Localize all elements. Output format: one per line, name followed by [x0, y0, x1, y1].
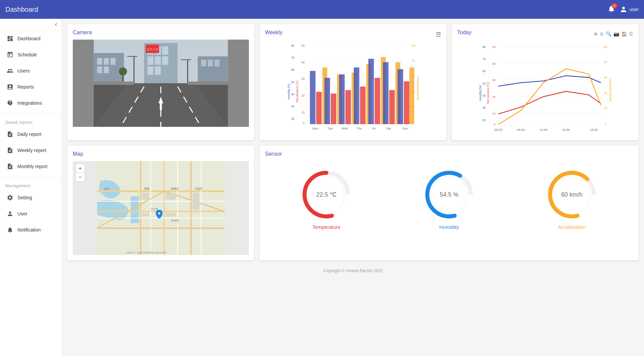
sidebar-item-notification[interactable]: Notification [1, 222, 60, 237]
svg-text:20: 20 [604, 106, 607, 110]
svg-text:福島区: 福島区 [171, 187, 179, 190]
svg-rect-142 [143, 213, 149, 216]
sidebar-divider-1 [0, 114, 62, 114]
today-card: Today ⊕ ⊖ 🔍 📷 🏠 ☰ 80 70 60 50 40 [452, 24, 639, 140]
sidebar-item-dashboard[interactable]: Dashboard [1, 31, 60, 46]
map-title: Map [73, 151, 249, 157]
acceleration-gauge: 60 km/h [545, 168, 599, 221]
sidebar-item-setting[interactable]: Setting [1, 190, 60, 205]
sensor-gauges: 22.5 ℃ Temperature 54.5 % [265, 161, 633, 237]
svg-rect-141 [166, 193, 176, 200]
svg-text:50: 50 [492, 45, 496, 49]
svg-rect-76 [368, 59, 374, 124]
footer-text: Copyright © Umeda Electric 2021 [323, 268, 383, 273]
svg-text:北区: 北区 [104, 187, 109, 190]
svg-rect-10 [111, 58, 116, 65]
humidity-label: Humidity [439, 224, 459, 230]
temperature-label: Temperature [312, 224, 340, 230]
svg-rect-35 [188, 82, 228, 85]
svg-text:0: 0 [605, 122, 607, 125]
home-icon[interactable]: 🏠 [621, 31, 627, 37]
user-menu[interactable]: user [620, 5, 639, 13]
humidity-gauge: 54.5 % [422, 168, 476, 221]
svg-text:Acceleration [km/h]: Acceleration [km/h] [609, 78, 612, 101]
svg-text:60: 60 [483, 69, 486, 73]
svg-text:80: 80 [412, 59, 415, 62]
saved-reports-section-label: Saved reports [0, 117, 62, 126]
svg-text:Tem perature [°C]: Tem perature [°C] [296, 81, 299, 103]
temperature-gauge-wrapper: 22.5 ℃ Temperature [300, 168, 353, 230]
svg-text:40: 40 [483, 94, 486, 97]
sidebar-label-users: Users [17, 68, 30, 73]
svg-text:40: 40 [302, 61, 305, 64]
camera-card: Camera [67, 24, 254, 140]
sidebar-item-monthly-report[interactable]: Monthly report [1, 159, 60, 174]
svg-text:Tem perature [°C]: Tem perature [°C] [486, 82, 490, 104]
svg-text:大阪市: 大阪市 [195, 187, 203, 190]
map-zoom-in[interactable]: + [76, 164, 85, 173]
acceleration-gauge-wrapper: 60 km/h Acceleration [545, 168, 599, 230]
svg-text:100: 100 [411, 44, 416, 47]
svg-text:80: 80 [604, 60, 607, 64]
svg-rect-83 [404, 81, 410, 124]
sidebar-item-integrations[interactable]: Integrations [1, 96, 60, 110]
temperature-gauge: 22.5 ℃ [300, 168, 353, 221]
svg-text:50: 50 [291, 81, 294, 84]
weekly-card: Weekly ☰ 80 70 60 50 40 30 20 50 40 30 [260, 24, 446, 140]
svg-text:20: 20 [291, 117, 294, 120]
sidebar-item-reports[interactable]: Reports [1, 80, 60, 94]
zoom-out-icon[interactable]: ⊖ [600, 31, 604, 37]
menu-icon[interactable]: ☰ [629, 31, 633, 37]
sidebar-item-weekly-report[interactable]: Weekly report [1, 143, 60, 158]
topbar-icons: 4 user [607, 5, 639, 14]
svg-rect-11 [97, 66, 102, 73]
zoom-in-icon[interactable]: ⊕ [594, 31, 598, 37]
sidebar-item-schedule[interactable]: Schedule [1, 47, 60, 62]
svg-text:20: 20 [483, 118, 486, 122]
svg-text:10: 10 [492, 112, 496, 115]
notification-bell[interactable]: 4 [607, 5, 615, 14]
svg-text:Sat: Sat [386, 127, 391, 130]
svg-rect-126 [131, 196, 139, 223]
sidebar-label-monthly-report: Monthly report [17, 164, 47, 169]
map-zoom-out[interactable]: − [76, 173, 85, 182]
svg-rect-143 [166, 213, 176, 216]
svg-rect-67 [324, 78, 330, 124]
sidebar-label-notification: Notification [17, 227, 41, 233]
weekly-menu-icon[interactable]: ☰ [436, 31, 441, 38]
svg-rect-140 [143, 193, 149, 200]
sidebar-item-users[interactable]: Users [1, 63, 60, 78]
svg-rect-82 [397, 69, 403, 124]
map-controls: + − [75, 164, 85, 182]
sidebar-collapse-btn[interactable] [0, 19, 62, 31]
svg-rect-84 [410, 67, 415, 124]
svg-text:都島: 都島 [144, 187, 150, 190]
zoom-fit-icon[interactable]: 🔍 [606, 31, 611, 37]
svg-rect-64 [310, 71, 316, 124]
sidebar-label-schedule: Schedule [17, 52, 37, 57]
sidebar-divider-2 [0, 177, 62, 177]
svg-text:30: 30 [492, 79, 496, 82]
camera-image: エスパス [73, 40, 249, 127]
footer: Copyright © Umeda Electric 2021 [67, 266, 639, 276]
svg-text:中之島: 中之島 [151, 208, 158, 210]
svg-text:20: 20 [492, 95, 496, 99]
sidebar-item-daily-report[interactable]: Daily report [1, 127, 60, 142]
sidebar-label-dashboard: Dashboard [17, 36, 41, 41]
svg-rect-26 [208, 60, 213, 66]
acceleration-value: 60 km/h [561, 191, 583, 198]
svg-text:Wed: Wed [341, 127, 348, 130]
svg-rect-20 [148, 66, 154, 75]
camera-title: Camera [73, 30, 249, 36]
svg-point-152 [158, 212, 160, 214]
svg-text:Sun: Sun [402, 127, 408, 130]
svg-rect-17 [148, 56, 154, 65]
svg-text:20: 20 [302, 94, 305, 97]
topbar: Dashboard 4 user [0, 0, 644, 19]
svg-text:50: 50 [302, 44, 305, 47]
camera-icon[interactable]: 📷 [613, 31, 619, 37]
sidebar-item-user[interactable]: User [1, 206, 60, 221]
svg-rect-68 [331, 94, 336, 124]
svg-text:Acceleration [km/h]: Acceleration [km/h] [416, 77, 420, 100]
svg-rect-71 [345, 90, 351, 124]
